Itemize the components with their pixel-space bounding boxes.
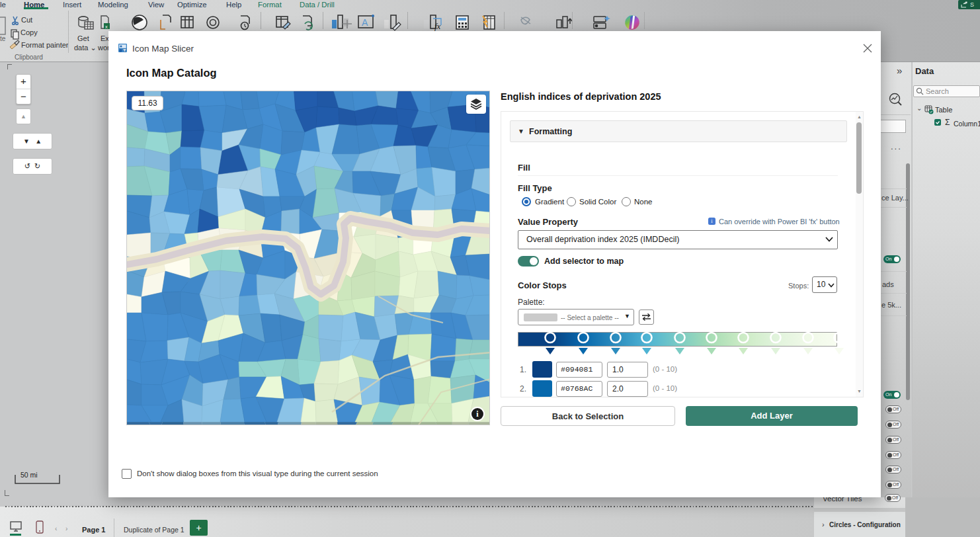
svg-text:50 mi: 50 mi <box>20 471 38 479</box>
svg-text:te: te <box>0 35 6 42</box>
svg-text:fx: fx <box>434 21 441 31</box>
svg-text:x: x <box>105 24 108 30</box>
svg-text:A: A <box>362 17 368 28</box>
